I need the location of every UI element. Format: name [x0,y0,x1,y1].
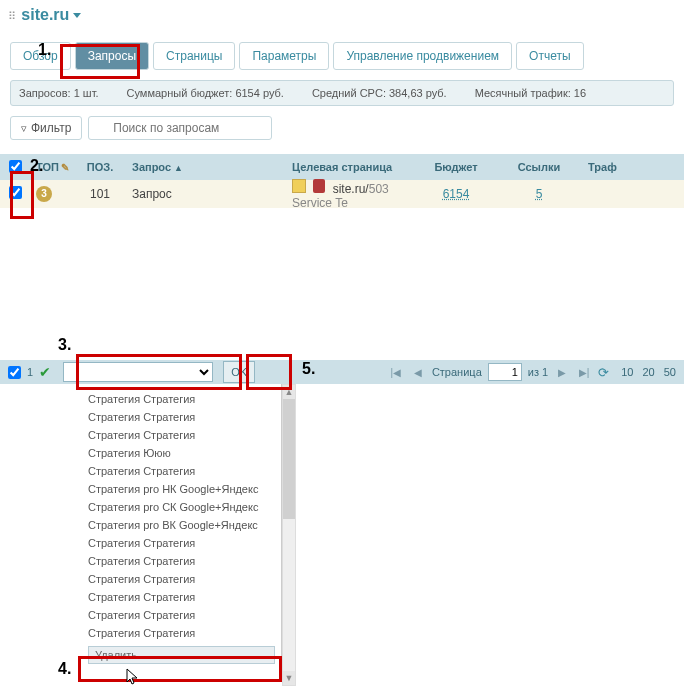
scroll-down-icon[interactable]: ▼ [283,671,295,685]
chevron-down-icon [73,13,81,18]
row-target[interactable]: site.ru/503 Service Te [286,179,416,210]
col-traffic[interactable]: Траф [582,161,684,173]
delete-option[interactable]: Удалить [88,646,275,664]
stats-cpc: Средний CPC: 384,63 руб. [312,87,447,99]
page-size-20[interactable]: 20 [642,366,654,378]
filter-button[interactable]: ▿ Фильтр [10,116,82,140]
stats-budget: Суммарный бюджет: 6154 руб. [127,87,284,99]
drag-handle-icon: ⠿ [8,10,16,22]
ok-button[interactable]: OK [223,361,255,383]
row-links[interactable]: 5 [536,187,543,201]
grid-header: ТОП✎ ПОЗ. Запрос▲ Целевая страница Бюдже… [0,154,684,180]
tab-pages[interactable]: Страницы [153,42,235,70]
funnel-icon: ▿ [21,122,27,135]
list-item[interactable]: Стратегия Стратегия [82,606,281,624]
page-size-10[interactable]: 10 [621,366,633,378]
col-links[interactable]: Ссылки [496,161,582,173]
row-target-prefix: site.ru/ [333,182,369,196]
select-all-checkbox[interactable] [9,160,22,173]
scroll-thumb[interactable] [283,399,295,519]
stats-count: Запросов: 1 шт. [19,87,99,99]
list-item[interactable]: Стратегия pro СК Google+Яндекс [82,498,281,516]
edit-icon[interactable] [292,179,306,193]
check-icon: ✔ [39,364,51,380]
stats-traffic: Месячный трафик: 16 [475,87,586,99]
table-row: 3 101 Запрос site.ru/503 Service Te 6154… [0,180,684,208]
list-item[interactable]: Стратегия Стратегия [82,552,281,570]
annotation-3-label: 3. [58,336,71,354]
cursor-icon [126,668,140,686]
row-query[interactable]: Запрос [126,187,286,201]
stats-bar: Запросов: 1 шт. Суммарный бюджет: 6154 р… [10,80,674,106]
row-checkbox[interactable] [9,186,22,199]
sort-asc-icon: ▲ [174,163,183,173]
last-page-icon[interactable]: ▶| [576,364,592,380]
list-item[interactable]: Стратегия Ююю [82,444,281,462]
tab-params[interactable]: Параметры [239,42,329,70]
row-pos: 101 [74,187,126,201]
col-query[interactable]: Запрос▲ [126,161,286,173]
search-input[interactable] [88,116,272,140]
tab-reports[interactable]: Отчеты [516,42,583,70]
annotation-4-label: 4. [58,660,71,678]
next-page-icon[interactable]: ▶ [554,364,570,380]
list-item[interactable]: Стратегия Стратегия [82,534,281,552]
col-top[interactable]: ТОП✎ [30,161,74,173]
prev-page-icon[interactable]: ◀ [410,364,426,380]
refresh-icon[interactable]: ⟳ [598,365,609,380]
list-item[interactable]: Стратегия pro ВК Google+Яндекс [82,516,281,534]
col-pos[interactable]: ПОЗ. [74,161,126,173]
bulk-action-select[interactable] [63,362,213,382]
page-size-picker: 10 20 50 [615,366,676,378]
dropdown-scrollbar[interactable]: ▲ ▼ [282,384,296,686]
col-target[interactable]: Целевая страница [286,161,416,173]
first-page-icon[interactable]: |◀ [388,364,404,380]
scroll-up-icon[interactable]: ▲ [283,385,295,399]
list-item[interactable]: Стратегия Стратегия [82,426,281,444]
site-selector[interactable]: site.ru [21,6,81,23]
top-badge: 3 [36,186,52,202]
footer-toolbar: 1 ✔ OK |◀ ◀ Страница из 1 ▶ ▶| ⟳ 10 20 5… [0,360,684,384]
list-item[interactable]: Стратегия Стратегия [82,624,281,642]
action-dropdown-list: Стратегия Стратегия Стратегия Стратегия … [82,384,282,668]
page-label: Страница [432,366,482,378]
list-item[interactable]: Стратегия Стратегия [82,462,281,480]
col-budget[interactable]: Бюджет [416,161,496,173]
tab-overview[interactable]: Обзор [10,42,71,70]
list-item[interactable]: Стратегия Стратегия [82,588,281,606]
list-item[interactable]: Стратегия Стратегия [82,390,281,408]
list-item[interactable]: Стратегия Стратегия [82,570,281,588]
page-size-50[interactable]: 50 [664,366,676,378]
pdf-icon[interactable] [313,179,325,193]
selected-count: 1 [27,366,33,378]
pencil-icon: ✎ [61,162,69,173]
page-input[interactable] [488,363,522,381]
row-budget[interactable]: 6154 [443,187,470,201]
page-total: из 1 [528,366,548,378]
filter-button-label: Фильтр [31,121,71,135]
tab-promo[interactable]: Управление продвижением [333,42,512,70]
list-item[interactable]: Стратегия pro НК Google+Яндекс [82,480,281,498]
tab-queries[interactable]: Запросы [75,42,149,70]
main-tabs: Обзор Запросы Страницы Параметры Управле… [0,42,684,70]
footer-checkbox[interactable] [8,366,21,379]
list-item[interactable]: Стратегия Стратегия [82,408,281,426]
